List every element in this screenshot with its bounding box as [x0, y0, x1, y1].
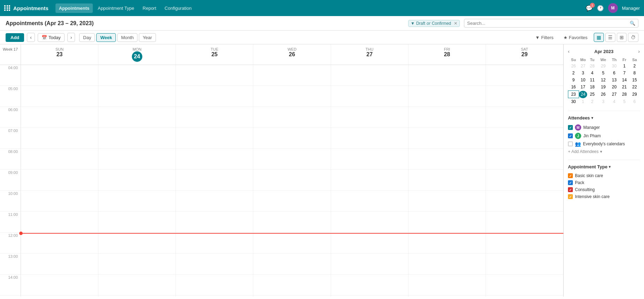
mini-cal-day[interactable]: 21: [619, 83, 629, 91]
mini-cal-day[interactable]: 2: [629, 63, 639, 70]
mini-cal-day[interactable]: 29: [629, 91, 639, 98]
mini-cal-day[interactable]: 2: [587, 98, 597, 105]
view-day-button[interactable]: Day: [79, 33, 95, 42]
mini-cal-day[interactable]: 22: [629, 83, 639, 91]
view-year-button[interactable]: Year: [139, 33, 156, 42]
main-nav: Appointments Appointment Type Report Con…: [55, 3, 195, 13]
type-consulting-checkbox[interactable]: ✓: [568, 187, 573, 192]
appointment-type-section: Appointment Type ▾ ✓ Basic skin care ✓ P…: [568, 164, 640, 200]
time-label-07: 07:00: [0, 128, 21, 149]
mini-cal-prev-button[interactable]: ‹: [568, 49, 570, 54]
list-view-button[interactable]: ☰: [605, 33, 615, 42]
mini-cal-day[interactable]: 19: [597, 83, 609, 91]
mini-cal-day[interactable]: 4: [609, 98, 619, 105]
day-col-mon: APM00016 APM00013: [98, 65, 176, 297]
attendee-manager-checkbox[interactable]: ✓: [568, 125, 573, 130]
mini-cal-day[interactable]: 27: [609, 91, 619, 98]
star-icon: ★: [563, 35, 568, 40]
mini-cal-day[interactable]: 7: [619, 70, 629, 76]
mini-cal-day[interactable]: 26: [568, 63, 579, 70]
mini-cal-day[interactable]: 30: [609, 63, 619, 70]
prev-button[interactable]: ‹: [27, 33, 35, 42]
mini-cal-day[interactable]: 18: [587, 83, 597, 91]
chevron-down-icon-2: ▾: [600, 149, 602, 154]
avatar[interactable]: M: [608, 3, 618, 13]
next-button[interactable]: ›: [67, 33, 75, 42]
filter-remove-button[interactable]: ✕: [454, 21, 457, 26]
mini-cal-day[interactable]: 4: [587, 70, 597, 76]
nav-configuration[interactable]: Configuration: [161, 3, 195, 13]
mini-cal-day[interactable]: 1: [579, 98, 587, 105]
grid-view-button[interactable]: ⊞: [617, 33, 627, 42]
page-title: Appointments (Apr 23 – 29, 2023): [6, 20, 404, 27]
view-month-button[interactable]: Month: [117, 33, 137, 42]
mini-cal-day[interactable]: 8: [629, 70, 639, 76]
add-button[interactable]: Add: [6, 33, 24, 42]
mini-cal-day[interactable]: 29: [597, 63, 609, 70]
manager-name: Manager: [622, 6, 640, 11]
mini-cal-day[interactable]: 24: [579, 91, 587, 98]
weekday-tu: Tu: [587, 57, 597, 63]
mini-cal-day[interactable]: 12: [597, 76, 609, 83]
weekday-sa: Sa: [629, 57, 639, 63]
attendee-everybody-checkbox[interactable]: [568, 141, 573, 146]
mini-cal-day[interactable]: 15: [629, 76, 639, 83]
type-pack-label: Pack: [575, 180, 584, 185]
nav-appointment-type[interactable]: Appointment Type: [94, 3, 138, 13]
day-header-thu: THU 27: [331, 44, 409, 65]
mini-cal-day[interactable]: 13: [609, 76, 619, 83]
mini-cal-day[interactable]: 30: [568, 98, 579, 105]
attendee-jin-checkbox[interactable]: ✓: [568, 133, 573, 138]
mini-cal-day[interactable]: 25: [587, 91, 597, 98]
type-intensive-checkbox[interactable]: ✓: [568, 194, 573, 199]
type-pack-checkbox[interactable]: ✓: [568, 180, 573, 185]
mini-cal-day[interactable]: 27: [579, 63, 587, 70]
days-grid: APM00016 APM00013 APM00014: [21, 65, 563, 297]
day-header-wed: WED 26: [253, 44, 331, 65]
mini-cal-day[interactable]: 28: [619, 91, 629, 98]
filter-connector: or: [427, 21, 430, 26]
mini-cal-day[interactable]: 26: [597, 91, 609, 98]
mini-cal-next-button[interactable]: ›: [638, 49, 640, 54]
mini-cal-day[interactable]: 1: [619, 63, 629, 70]
nav-appointments[interactable]: Appointments: [55, 3, 93, 13]
type-basic-checkbox[interactable]: ✓: [568, 173, 573, 178]
mini-cal-day[interactable]: 28: [587, 63, 597, 70]
mini-cal-day[interactable]: 11: [587, 76, 597, 83]
mini-cal-day[interactable]: 6: [609, 70, 619, 76]
avatar-manager: M: [575, 124, 581, 131]
mini-cal-day[interactable]: 5: [597, 70, 609, 76]
clock-icon[interactable]: 🕐: [597, 5, 604, 12]
attendees-title: Attendees ▾: [568, 115, 640, 121]
mini-cal-day[interactable]: 20: [609, 83, 619, 91]
view-week-button[interactable]: Week: [96, 33, 116, 42]
mini-cal-grid: Su Mo Tu We Th Fr Sa 2627282930122345678…: [568, 57, 640, 105]
search-bar: 🔍: [464, 19, 638, 28]
mini-cal-day[interactable]: 17: [579, 83, 587, 91]
mini-cal-day[interactable]: 9: [568, 76, 579, 83]
mini-cal-day[interactable]: 10: [579, 76, 587, 83]
messages-icon[interactable]: 💬 1: [586, 5, 593, 12]
calendar-icon: 📅: [42, 35, 47, 40]
view-icon-buttons: ▦ ☰ ⊞ ⏱: [594, 33, 638, 42]
search-input[interactable]: [467, 21, 630, 26]
day-header-sat: SAT 29: [486, 44, 563, 65]
calendar-view-button[interactable]: ▦: [594, 33, 604, 42]
favorites-button[interactable]: ★ Favorites: [560, 34, 591, 42]
today-button[interactable]: 📅 Today: [38, 33, 65, 42]
mini-cal-day[interactable]: 23: [568, 91, 579, 98]
mini-cal-day[interactable]: 16: [568, 83, 579, 91]
mini-cal-day[interactable]: 6: [629, 98, 639, 105]
nav-report[interactable]: Report: [139, 3, 160, 13]
mini-cal-day[interactable]: 14: [619, 76, 629, 83]
add-attendees-button[interactable]: + Add Attendees ▾: [568, 149, 640, 154]
mini-cal-day[interactable]: 2: [568, 70, 579, 76]
activity-view-button[interactable]: ⏱: [628, 33, 638, 42]
day-header-mon: MON 24: [98, 44, 176, 65]
type-basic-label: Basic skin care: [575, 173, 603, 178]
filters-button[interactable]: ▼ Filters: [532, 34, 557, 42]
mini-cal-day[interactable]: 3: [579, 70, 587, 76]
filter-icon: ▼: [535, 35, 540, 40]
mini-cal-day[interactable]: 3: [597, 98, 609, 105]
mini-cal-day[interactable]: 5: [619, 98, 629, 105]
